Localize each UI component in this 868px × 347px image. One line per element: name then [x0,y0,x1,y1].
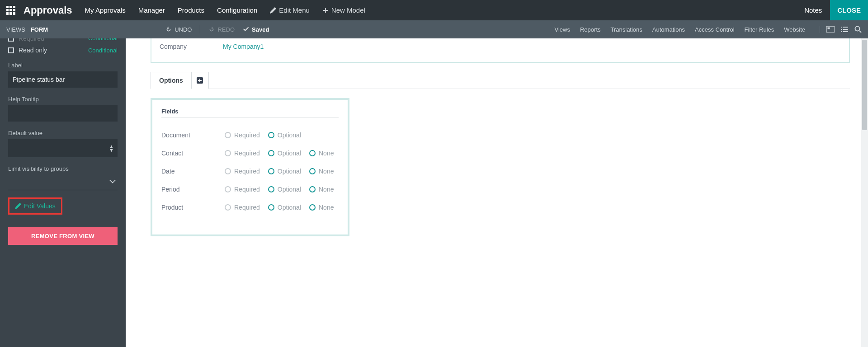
subnav-access-control[interactable]: Access Control [695,26,734,33]
record-header-card: Company My Company1 [151,38,850,63]
search-icon[interactable] [854,26,862,33]
radio-option-none[interactable]: None [309,204,334,211]
radio-icon [225,186,231,192]
form-editor-canvas: Company My Company1 Options Fields Docum… [132,38,868,347]
limit-fieldlabel: Limit visibility to groups [8,165,118,172]
nav-my-approvals[interactable]: My Approvals [85,6,126,14]
card-view-icon[interactable] [826,26,835,33]
radio-option-optional[interactable]: Optional [268,168,301,175]
form-label: FORM [31,26,48,33]
field-row: ProductRequiredOptionalNone [161,198,339,216]
readonly-conditional-link[interactable]: Conditional [88,47,118,54]
subnav-translations[interactable]: Translations [611,26,642,33]
tab-add-button[interactable] [192,72,209,89]
radio-option-required[interactable]: Required [225,186,260,193]
svg-rect-5 [843,27,848,28]
nav-manager[interactable]: Manager [138,6,165,14]
edit-menu-link[interactable]: Edit Menu [270,6,310,14]
radio-option-optional[interactable]: Optional [268,186,301,193]
apps-icon[interactable] [6,6,15,15]
radio-icon [268,132,274,138]
radio-option-none[interactable]: None [309,150,334,157]
tab-options[interactable]: Options [151,72,192,89]
svg-rect-7 [843,31,848,32]
plus-icon [322,7,329,14]
field-row: DateRequiredOptionalNone [161,162,339,180]
radio-icon [309,150,316,156]
svg-rect-2 [841,27,842,28]
radio-option-required[interactable]: Required [225,204,260,211]
redo-icon [208,26,215,33]
limit-visibility-select[interactable] [8,175,118,190]
close-button[interactable]: CLOSE [830,0,868,20]
radio-option-optional[interactable]: Optional [268,150,301,157]
field-row: PeriodRequiredOptionalNone [161,180,339,198]
views-label: VIEWS [6,26,25,33]
tab-bar: Options [151,72,850,89]
nav-products[interactable]: Products [178,6,204,14]
radio-icon [268,168,274,174]
radio-icon [225,168,231,174]
check-icon [243,26,249,33]
radio-icon [309,168,316,174]
subnav-website[interactable]: Website [784,26,805,33]
field-name-label: Period [161,186,225,193]
svg-line-9 [859,31,861,33]
field-name-label: Document [161,131,225,139]
undo-button[interactable]: UNDO [165,26,192,33]
label-fieldlabel: Label [8,62,118,69]
subnav-automations[interactable]: Automations [652,26,685,33]
nav-configuration[interactable]: Configuration [217,6,257,14]
radio-icon [268,204,274,211]
subnav-filter-rules[interactable]: Filter Rules [745,26,774,33]
default-fieldlabel: Default value [8,130,118,136]
redo-button[interactable]: REDO [208,26,235,33]
required-conditional-cut[interactable]: Conditional [88,38,118,42]
new-model-link[interactable]: New Model [322,6,365,14]
subnav-reports[interactable]: Reports [580,26,601,33]
radio-option-optional[interactable]: Optional [268,131,301,139]
field-row: ContactRequiredOptionalNone [161,144,339,162]
radio-option-none[interactable]: None [309,186,334,193]
svg-rect-0 [826,26,835,33]
svg-rect-6 [843,29,848,30]
svg-point-8 [855,27,860,31]
list-view-icon[interactable] [841,26,848,33]
radio-icon [268,150,274,156]
fields-card: Fields DocumentRequiredOptionalContactRe… [151,98,349,236]
help-tooltip-input[interactable] [8,105,118,122]
label-input[interactable] [8,71,118,88]
radio-icon [225,150,231,156]
required-checkbox[interactable] [8,38,14,42]
studio-subnav: VIEWS FORM UNDO REDO Saved Views Reports… [0,20,868,38]
radio-option-required[interactable]: Required [225,150,260,157]
main-scrollbar[interactable] [861,38,868,347]
field-name-label: Product [161,204,225,211]
radio-icon [225,204,231,211]
radio-option-optional[interactable]: Optional [268,204,301,211]
saved-indicator: Saved [243,26,269,33]
company-label: Company [160,43,223,50]
radio-option-none[interactable]: None [309,168,334,175]
default-value-select[interactable]: ▲▼ [8,139,118,157]
edit-values-button[interactable]: Edit Values [11,200,59,212]
plus-square-icon [197,77,203,84]
chevron-down-icon [109,178,116,185]
pencil-icon [270,7,276,14]
radio-icon [309,204,316,211]
subnav-views[interactable]: Views [555,26,570,33]
svg-rect-3 [841,29,842,30]
edit-values-highlight: Edit Values [8,197,62,215]
company-link[interactable]: My Company1 [223,43,264,50]
remove-from-view-button[interactable]: REMOVE FROM VIEW [8,227,118,245]
notes-link[interactable]: Notes [804,6,822,14]
radio-option-required[interactable]: Required [225,131,260,139]
required-label: Required [19,38,44,42]
top-navbar: Approvals My Approvals Manager Products … [0,0,868,20]
readonly-checkbox[interactable] [8,47,14,53]
undo-icon [165,26,172,33]
app-title: Approvals [24,5,72,16]
help-fieldlabel: Help Tooltip [8,96,118,103]
radio-option-required[interactable]: Required [225,168,260,175]
radio-icon [268,186,274,192]
